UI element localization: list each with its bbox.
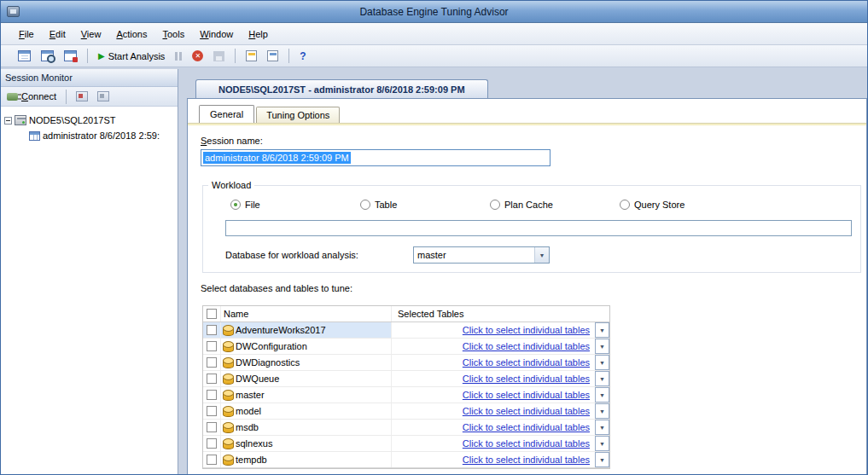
tables-dropdown-button[interactable]: ▼ [595,339,609,354]
row-checkbox[interactable] [207,390,217,400]
session-tree: NODE5\SQL2017ST administrator 8/6/2018 2… [1,107,178,474]
delete-session-icon [97,91,109,101]
start-analysis-button[interactable]: ▶ Start Analysis [95,49,168,64]
collapse-icon[interactable] [4,117,12,125]
tables-dropdown-button[interactable]: ▼ [595,403,609,419]
connect-icon [7,93,18,101]
database-icon [223,374,232,384]
tables-dropdown-button[interactable]: ▼ [595,387,609,403]
workload-group: Workload File Table [202,185,861,273]
select-tables-link[interactable]: Click to select individual tables [463,357,590,368]
tree-node-session[interactable]: administrator 8/6/2018 2:59: [1,128,178,143]
row-checkbox[interactable] [207,357,217,368]
radio-query-store-label: Query Store [634,200,684,210]
database-name: AdventureWorks2017 [236,325,326,335]
menu-tools[interactable]: Tools [154,25,192,43]
help-button[interactable]: ? [296,48,309,65]
radio-plan-cache-circle[interactable] [490,200,500,210]
connect-button[interactable]: Connect [3,89,60,104]
evaluate-recommendations-button[interactable] [264,48,282,64]
tables-dropdown-button[interactable]: ▼ [595,420,609,435]
stop-icon: ✕ [192,50,203,61]
database-icon [223,455,232,465]
menu-actions[interactable]: Actions [108,25,154,43]
radio-file-circle[interactable] [230,200,241,210]
radio-table-label: Table [375,200,397,210]
radio-file[interactable]: File [230,200,360,210]
row-checkbox[interactable] [207,422,217,432]
tab-tuning-options[interactable]: Tuning Options [256,107,340,123]
pause-icon [175,52,182,61]
tab-tuning-options-label: Tuning Options [266,110,329,120]
radio-query-store[interactable]: Query Store [620,200,749,210]
column-header-selected-tables: Selected Tables [391,306,595,321]
radio-query-store-circle[interactable] [620,200,630,210]
menu-view[interactable]: View [73,25,109,43]
row-checkbox[interactable] [207,325,217,335]
tree-node-server[interactable]: NODE5\SQL2017ST [1,113,178,128]
radio-plan-cache[interactable]: Plan Cache [490,200,620,210]
save-icon [213,51,224,61]
database-icon [223,341,232,351]
database-combo[interactable]: master ▼ [413,246,550,264]
tables-dropdown-button[interactable]: ▼ [595,355,609,370]
column-header-name: Name [220,306,391,321]
menu-window[interactable]: Window [192,25,241,43]
import-session-button[interactable] [61,48,80,64]
select-tables-link[interactable]: Click to select individual tables [463,406,590,416]
row-checkbox[interactable] [207,341,217,351]
select-tables-link[interactable]: Click to select individual tables [463,390,590,400]
chevron-down-icon[interactable]: ▼ [534,247,549,263]
tables-dropdown-button[interactable]: ▼ [595,436,609,451]
table-row: AdventureWorks2017 Click to select indiv… [203,322,609,339]
session-name-input[interactable]: administrator 8/6/2018 2:59:09 PM [201,149,551,166]
menu-file[interactable]: File [11,25,42,43]
menu-edit[interactable]: Edit [42,25,73,43]
open-workload-button[interactable] [38,48,57,64]
select-tables-link[interactable]: Click to select individual tables [463,455,590,465]
chevron-down-icon: ▼ [599,457,605,463]
chevron-down-icon: ▼ [599,327,605,333]
apply-recommendations-button[interactable] [242,48,260,64]
workload-file-input[interactable] [225,220,852,236]
row-checkbox[interactable] [207,406,217,416]
row-checkbox[interactable] [207,455,217,465]
row-checkbox[interactable] [207,438,217,449]
radio-table-circle[interactable] [360,200,370,210]
select-tables-link[interactable]: Click to select individual tables [463,438,590,449]
select-databases-label: Select databases and tables to tune: [201,283,866,293]
document-tab[interactable]: NODE5\SQL2017ST - administrator 8/6/2018… [195,79,488,98]
select-tables-link[interactable]: Click to select individual tables [463,341,590,351]
disconnect-button[interactable] [73,89,91,104]
tables-dropdown-button[interactable]: ▼ [595,371,609,386]
select-all-checkbox[interactable] [207,309,217,319]
table-row: sqlnexus Click to select individual tabl… [203,436,609,452]
table-row: msdb Click to select individual tables ▼ [203,420,609,436]
menu-help[interactable]: Help [241,25,276,43]
pause-analysis-button[interactable] [172,49,185,63]
subtab-strip: General Tuning Options [188,104,866,123]
toolbar-separator [66,90,67,104]
row-checkbox[interactable] [207,374,217,384]
select-tables-link[interactable]: Click to select individual tables [463,325,590,335]
tab-general[interactable]: General [199,105,254,123]
select-tables-link[interactable]: Click to select individual tables [463,374,590,384]
delete-session-button[interactable] [94,89,113,104]
stop-analysis-button[interactable]: ✕ [189,48,207,64]
new-session-button[interactable] [15,48,34,64]
tab-general-label: General [210,109,243,119]
save-button[interactable] [210,49,228,64]
session-monitor-title: Session Monitor [5,72,73,83]
database-name: DWConfiguration [236,341,307,351]
chevron-down-icon: ▼ [599,392,605,398]
tables-dropdown-button[interactable]: ▼ [595,452,609,467]
database-combo-value: master [414,250,534,260]
database-name: msdb [236,422,259,432]
select-tables-link[interactable]: Click to select individual tables [463,422,590,432]
radio-table[interactable]: Table [360,200,490,210]
session-name-value: administrator 8/6/2018 2:59:09 PM [203,152,351,164]
tables-dropdown-button[interactable]: ▼ [595,322,609,338]
apply-recommendations-icon [246,50,257,61]
general-pane: Session name: administrator 8/6/2018 2:5… [188,125,866,474]
document-content: General Tuning Options Session name: adm… [187,98,867,474]
